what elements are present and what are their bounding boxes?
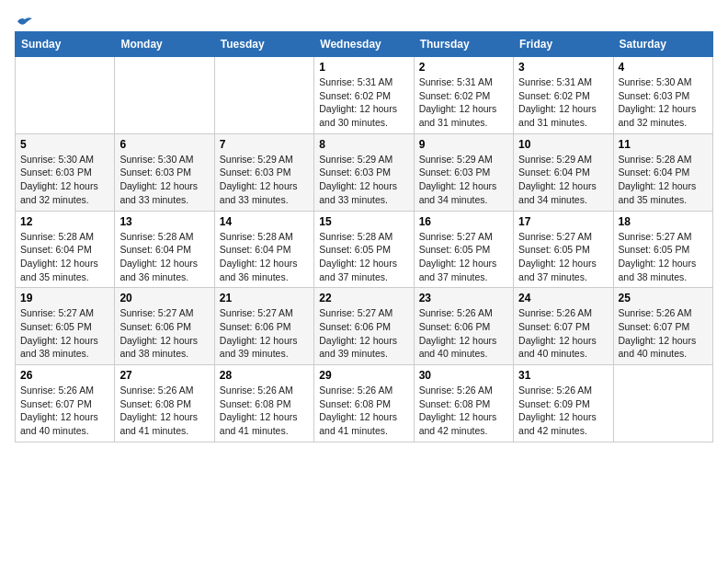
day-number: 19: [20, 292, 109, 304]
day-cell-11: 11Sunrise: 5:28 AMSunset: 6:04 PMDayligh…: [613, 133, 712, 211]
day-cell-16: 16Sunrise: 5:27 AMSunset: 6:05 PMDayligh…: [414, 211, 513, 288]
empty-cell: [214, 57, 313, 134]
day-number: 21: [220, 292, 309, 304]
day-cell-23: 23Sunrise: 5:26 AMSunset: 6:06 PMDayligh…: [414, 288, 513, 365]
day-number: 27: [119, 369, 209, 382]
day-number: 15: [319, 215, 408, 228]
day-number: 29: [319, 369, 408, 382]
day-cell-21: 21Sunrise: 5:27 AMSunset: 6:06 PMDayligh…: [214, 288, 313, 365]
day-info: Sunrise: 5:28 AMSunset: 6:05 PMDaylight:…: [319, 230, 408, 284]
day-info: Sunrise: 5:27 AMSunset: 6:05 PMDaylight:…: [20, 306, 109, 361]
day-info: Sunrise: 5:27 AMSunset: 6:05 PMDaylight:…: [419, 230, 508, 284]
day-info: Sunrise: 5:27 AMSunset: 6:06 PMDaylight:…: [119, 306, 209, 361]
weekday-header-friday: Friday: [514, 32, 613, 57]
empty-cell: [613, 365, 712, 442]
day-info: Sunrise: 5:27 AMSunset: 6:06 PMDaylight:…: [319, 306, 408, 361]
weekday-header-saturday: Saturday: [613, 32, 712, 57]
day-number: 28: [220, 369, 309, 382]
day-info: Sunrise: 5:27 AMSunset: 6:05 PMDaylight:…: [518, 230, 608, 284]
day-number: 2: [419, 61, 508, 74]
weekday-header-wednesday: Wednesday: [314, 32, 414, 57]
day-info: Sunrise: 5:26 AMSunset: 6:08 PMDaylight:…: [319, 384, 408, 438]
day-info: Sunrise: 5:27 AMSunset: 6:06 PMDaylight:…: [220, 306, 309, 361]
day-number: 4: [619, 61, 708, 74]
day-cell-25: 25Sunrise: 5:26 AMSunset: 6:07 PMDayligh…: [613, 288, 712, 365]
day-cell-28: 28Sunrise: 5:26 AMSunset: 6:08 PMDayligh…: [214, 365, 313, 442]
logo-bird-icon: [16, 15, 32, 28]
day-info: Sunrise: 5:31 AMSunset: 6:02 PMDaylight:…: [319, 75, 408, 130]
week-row-1: 1Sunrise: 5:31 AMSunset: 6:02 PMDaylight…: [16, 57, 713, 134]
day-cell-12: 12Sunrise: 5:28 AMSunset: 6:04 PMDayligh…: [16, 211, 115, 288]
day-info: Sunrise: 5:28 AMSunset: 6:04 PMDaylight:…: [119, 230, 209, 284]
day-cell-15: 15Sunrise: 5:28 AMSunset: 6:05 PMDayligh…: [314, 211, 414, 288]
week-row-5: 26Sunrise: 5:26 AMSunset: 6:07 PMDayligh…: [16, 365, 713, 442]
day-number: 10: [518, 138, 608, 151]
day-number: 16: [419, 215, 508, 228]
day-info: Sunrise: 5:26 AMSunset: 6:08 PMDaylight:…: [419, 384, 508, 438]
weekday-header-sunday: Sunday: [16, 32, 115, 57]
day-number: 22: [319, 292, 408, 304]
day-info: Sunrise: 5:26 AMSunset: 6:07 PMDaylight:…: [518, 306, 608, 361]
day-number: 25: [619, 292, 708, 304]
day-cell-31: 31Sunrise: 5:26 AMSunset: 6:09 PMDayligh…: [514, 365, 613, 442]
day-number: 31: [518, 369, 608, 382]
day-info: Sunrise: 5:26 AMSunset: 6:07 PMDaylight:…: [20, 384, 109, 438]
week-row-4: 19Sunrise: 5:27 AMSunset: 6:05 PMDayligh…: [16, 288, 713, 365]
day-info: Sunrise: 5:28 AMSunset: 6:04 PMDaylight:…: [20, 230, 109, 284]
day-cell-19: 19Sunrise: 5:27 AMSunset: 6:05 PMDayligh…: [16, 288, 115, 365]
empty-cell: [16, 57, 115, 134]
day-cell-30: 30Sunrise: 5:26 AMSunset: 6:08 PMDayligh…: [414, 365, 513, 442]
day-number: 23: [419, 292, 508, 304]
day-info: Sunrise: 5:29 AMSunset: 6:03 PMDaylight:…: [220, 153, 309, 207]
day-cell-6: 6Sunrise: 5:30 AMSunset: 6:03 PMDaylight…: [115, 133, 214, 211]
day-cell-18: 18Sunrise: 5:27 AMSunset: 6:05 PMDayligh…: [613, 211, 712, 288]
calendar-table: SundayMondayTuesdayWednesdayThursdayFrid…: [15, 31, 713, 442]
day-number: 1: [319, 61, 408, 74]
day-info: Sunrise: 5:30 AMSunset: 6:03 PMDaylight:…: [20, 153, 109, 207]
day-cell-26: 26Sunrise: 5:26 AMSunset: 6:07 PMDayligh…: [16, 365, 115, 442]
logo: [15, 15, 32, 28]
day-info: Sunrise: 5:29 AMSunset: 6:03 PMDaylight:…: [419, 153, 508, 207]
day-number: 18: [619, 215, 708, 228]
day-cell-17: 17Sunrise: 5:27 AMSunset: 6:05 PMDayligh…: [514, 211, 613, 288]
day-info: Sunrise: 5:26 AMSunset: 6:08 PMDaylight:…: [220, 384, 309, 438]
day-number: 24: [518, 292, 608, 304]
day-number: 6: [119, 138, 209, 151]
day-cell-10: 10Sunrise: 5:29 AMSunset: 6:04 PMDayligh…: [514, 133, 613, 211]
day-info: Sunrise: 5:31 AMSunset: 6:02 PMDaylight:…: [518, 75, 608, 130]
day-number: 11: [619, 138, 708, 151]
day-number: 17: [518, 215, 608, 228]
day-cell-14: 14Sunrise: 5:28 AMSunset: 6:04 PMDayligh…: [214, 211, 313, 288]
weekday-header-row: SundayMondayTuesdayWednesdayThursdayFrid…: [16, 32, 713, 57]
day-number: 12: [20, 215, 109, 228]
day-cell-5: 5Sunrise: 5:30 AMSunset: 6:03 PMDaylight…: [16, 133, 115, 211]
day-info: Sunrise: 5:26 AMSunset: 6:08 PMDaylight:…: [119, 384, 209, 438]
weekday-header-thursday: Thursday: [414, 32, 513, 57]
day-cell-3: 3Sunrise: 5:31 AMSunset: 6:02 PMDaylight…: [514, 57, 613, 134]
day-cell-2: 2Sunrise: 5:31 AMSunset: 6:02 PMDaylight…: [414, 57, 513, 134]
day-number: 5: [20, 138, 109, 151]
weekday-header-monday: Monday: [115, 32, 214, 57]
weekday-header-tuesday: Tuesday: [214, 32, 313, 57]
day-info: Sunrise: 5:28 AMSunset: 6:04 PMDaylight:…: [619, 153, 708, 207]
day-info: Sunrise: 5:30 AMSunset: 6:03 PMDaylight:…: [619, 75, 708, 130]
week-row-3: 12Sunrise: 5:28 AMSunset: 6:04 PMDayligh…: [16, 211, 713, 288]
day-cell-8: 8Sunrise: 5:29 AMSunset: 6:03 PMDaylight…: [314, 133, 414, 211]
day-info: Sunrise: 5:26 AMSunset: 6:07 PMDaylight:…: [619, 306, 708, 361]
day-cell-22: 22Sunrise: 5:27 AMSunset: 6:06 PMDayligh…: [314, 288, 414, 365]
day-number: 8: [319, 138, 408, 151]
day-info: Sunrise: 5:26 AMSunset: 6:06 PMDaylight:…: [419, 306, 508, 361]
week-row-2: 5Sunrise: 5:30 AMSunset: 6:03 PMDaylight…: [16, 133, 713, 211]
day-info: Sunrise: 5:30 AMSunset: 6:03 PMDaylight:…: [119, 153, 209, 207]
day-info: Sunrise: 5:28 AMSunset: 6:04 PMDaylight:…: [220, 230, 309, 284]
day-cell-1: 1Sunrise: 5:31 AMSunset: 6:02 PMDaylight…: [314, 57, 414, 134]
day-number: 26: [20, 369, 109, 382]
day-cell-20: 20Sunrise: 5:27 AMSunset: 6:06 PMDayligh…: [115, 288, 214, 365]
day-info: Sunrise: 5:27 AMSunset: 6:05 PMDaylight:…: [619, 230, 708, 284]
day-cell-9: 9Sunrise: 5:29 AMSunset: 6:03 PMDaylight…: [414, 133, 513, 211]
day-cell-7: 7Sunrise: 5:29 AMSunset: 6:03 PMDaylight…: [214, 133, 313, 211]
day-info: Sunrise: 5:29 AMSunset: 6:04 PMDaylight:…: [518, 153, 608, 207]
day-cell-24: 24Sunrise: 5:26 AMSunset: 6:07 PMDayligh…: [514, 288, 613, 365]
day-number: 20: [119, 292, 209, 304]
day-info: Sunrise: 5:26 AMSunset: 6:09 PMDaylight:…: [518, 384, 608, 438]
